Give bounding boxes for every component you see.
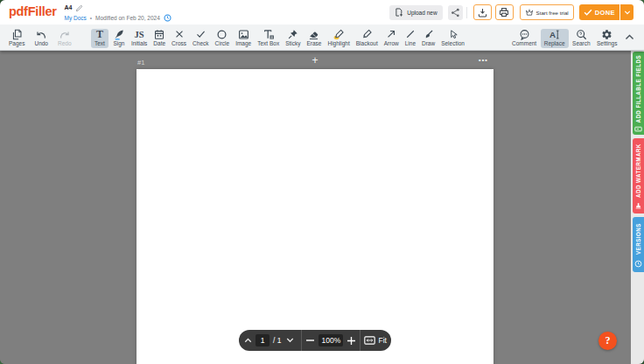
line-icon xyxy=(405,29,416,39)
document-title: A4 xyxy=(65,4,73,11)
tool-check[interactable]: Check xyxy=(191,29,210,48)
draw-icon xyxy=(423,29,434,39)
tool-arrow[interactable]: Arrow xyxy=(382,29,401,48)
tool-pages[interactable]: Pages xyxy=(7,29,26,48)
circle-icon xyxy=(216,29,228,39)
date-icon xyxy=(154,29,164,39)
tool-replace[interactable]: A Replace xyxy=(541,29,569,48)
header-bar: pdfFiller A4 My Docs • Modified on Feb 2… xyxy=(0,0,644,24)
tool-comment[interactable]: Comment xyxy=(510,29,538,48)
document-info: A4 My Docs • Modified on Feb 20, 2024 xyxy=(65,4,172,22)
tool-highlight[interactable]: Highlight xyxy=(326,29,351,48)
tool-text[interactable]: T Text xyxy=(91,29,108,48)
fit-button[interactable]: Fit xyxy=(364,336,386,345)
tool-search[interactable]: Search xyxy=(570,29,592,48)
my-docs-link[interactable]: My Docs xyxy=(65,14,87,22)
print-button[interactable] xyxy=(495,4,514,20)
page-more-button[interactable]: ••• xyxy=(479,57,488,63)
dot-separator: • xyxy=(90,14,92,22)
tool-erase[interactable]: Erase xyxy=(305,29,324,48)
tool-text-box[interactable]: Text Box xyxy=(256,29,281,48)
sign-icon xyxy=(113,29,125,39)
pdffiller-logo[interactable]: pdfFiller xyxy=(9,4,57,18)
check-icon xyxy=(584,9,592,16)
fit-icon xyxy=(364,336,375,345)
arrow-icon xyxy=(386,29,396,39)
help-button[interactable]: ? xyxy=(598,332,617,350)
tab-add-fillable-fields[interactable]: ADD FILLABLE FIELDS xyxy=(633,52,644,135)
add-page-button[interactable]: + xyxy=(312,54,318,66)
app-window: pdfFiller A4 My Docs • Modified on Feb 2… xyxy=(0,0,644,364)
toolbar-group-right: Comment A Replace Search xyxy=(510,24,594,50)
tool-redo[interactable]: Redo xyxy=(56,29,74,48)
current-page-input[interactable]: 1 xyxy=(256,334,270,346)
tool-line[interactable]: Line xyxy=(403,29,417,48)
zoom-level-input[interactable]: 100% xyxy=(318,334,343,346)
highlight-icon xyxy=(332,29,345,39)
collapse-toolbar-button[interactable] xyxy=(624,28,636,46)
page-total-label: / 1 xyxy=(273,336,281,345)
page-controls: #1 + ••• xyxy=(136,55,494,67)
tool-blackout[interactable]: Blackout xyxy=(354,29,380,48)
tool-sign[interactable]: Sign xyxy=(111,29,127,48)
done-button-group: DONE xyxy=(579,4,634,20)
tool-image[interactable]: Image xyxy=(234,29,253,48)
tab-versions[interactable]: VERSIONS xyxy=(633,217,644,272)
fillable-fields-icon xyxy=(634,125,642,133)
header-separator xyxy=(466,7,467,18)
toolbar: Pages Undo Redo T Text xyxy=(0,24,644,51)
tool-initials[interactable]: JS Initials xyxy=(130,29,149,48)
upload-new-button[interactable]: Upload new xyxy=(389,5,442,20)
edit-title-icon[interactable] xyxy=(75,4,83,12)
workspace: #1 + ••• ADD FILLABLE FIELDS ADD WATERMA… xyxy=(0,51,644,364)
undo-icon xyxy=(35,29,47,39)
modified-date: Modified on Feb 20, 2024 xyxy=(95,14,160,22)
sticky-icon xyxy=(287,29,298,39)
tool-settings[interactable]: Settings xyxy=(595,29,620,48)
selection-icon xyxy=(448,29,458,39)
done-button[interactable]: DONE xyxy=(579,4,620,20)
check-tool-icon xyxy=(195,29,206,39)
toolbar-group-system: Settings xyxy=(595,24,636,50)
tool-circle[interactable]: Circle xyxy=(214,29,232,48)
next-page-button[interactable] xyxy=(284,338,296,343)
pager-bar: 1 / 1 100% xyxy=(239,330,391,351)
tool-draw[interactable]: Draw xyxy=(420,29,437,48)
svg-text:A: A xyxy=(550,29,556,38)
zoom-out-button[interactable] xyxy=(302,340,318,341)
image-icon xyxy=(238,29,249,39)
watermark-icon xyxy=(634,201,642,209)
search-icon xyxy=(576,29,587,39)
done-dropdown-button[interactable] xyxy=(620,4,634,20)
text-box-icon xyxy=(262,29,275,39)
tab-add-watermark[interactable]: ADD WATERMARK xyxy=(633,138,644,214)
comment-icon xyxy=(519,29,530,39)
upload-icon xyxy=(395,8,403,17)
crown-icon xyxy=(525,9,534,17)
zoom-in-button[interactable] xyxy=(343,337,360,345)
pages-icon xyxy=(11,29,23,39)
cross-icon xyxy=(174,29,185,39)
tool-undo[interactable]: Undo xyxy=(32,29,50,48)
previous-page-button[interactable] xyxy=(242,338,254,343)
settings-icon xyxy=(601,29,612,39)
download-button[interactable] xyxy=(473,4,492,20)
share-button[interactable] xyxy=(448,5,463,20)
redo-icon xyxy=(59,29,71,39)
toolbar-group-left: Pages Undo Redo xyxy=(7,24,80,50)
start-free-trial-button[interactable]: Start free trial xyxy=(520,4,574,20)
tool-selection[interactable]: Selection xyxy=(439,29,466,48)
page-number-label: #1 xyxy=(137,59,144,66)
tool-date[interactable]: Date xyxy=(151,29,167,48)
blackout-icon xyxy=(360,29,373,39)
history-clock-icon[interactable] xyxy=(164,14,172,22)
document-page[interactable] xyxy=(136,69,494,364)
tool-sticky[interactable]: Sticky xyxy=(284,29,302,48)
versions-clock-icon xyxy=(634,260,642,268)
header-actions: Upload new Start free trial xyxy=(389,4,634,20)
initials-icon: JS xyxy=(135,29,144,39)
tool-cross[interactable]: Cross xyxy=(170,29,188,48)
text-icon: T xyxy=(96,29,103,39)
toolbar-group-main: T Text Sign JS Initials Date xyxy=(91,24,469,50)
replace-icon: A xyxy=(549,29,561,39)
